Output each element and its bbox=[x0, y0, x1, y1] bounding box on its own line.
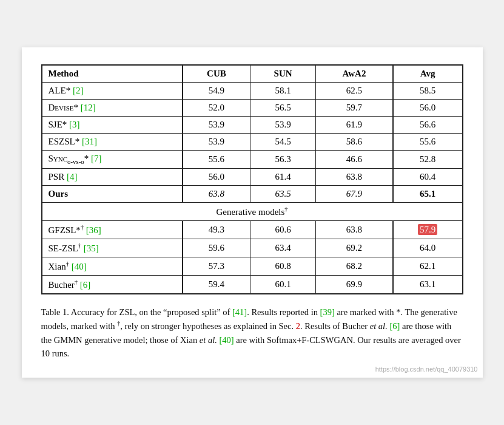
table-row: SE-ZSL† [35] 59.6 63.4 69.2 64.0 bbox=[42, 239, 463, 257]
avg-cell: 60.4 bbox=[393, 169, 463, 186]
sun-cell: 56.3 bbox=[250, 151, 316, 169]
method-cell: ESZSL* [31] bbox=[42, 134, 183, 151]
table-caption: Table 1. Accuracy for ZSL, on the “propo… bbox=[41, 305, 463, 361]
method-cell: Synco-vs-o* [7] bbox=[42, 151, 183, 169]
awa2-cell: 69.9 bbox=[315, 276, 392, 294]
ref-41: [41] bbox=[232, 307, 247, 317]
cub-cell: 54.9 bbox=[183, 83, 250, 100]
sun-cell: 53.9 bbox=[250, 117, 316, 134]
sun-cell: 54.5 bbox=[250, 134, 316, 151]
caption-text: Table 1. Accuracy for ZSL, on the “propo… bbox=[41, 307, 461, 358]
avg-cell: 56.6 bbox=[393, 117, 463, 134]
method-cell: ALE* [2] bbox=[42, 83, 183, 100]
table-row: Synco-vs-o* [7] 55.6 56.3 46.6 52.8 bbox=[42, 151, 463, 169]
avg-cell: 62.1 bbox=[393, 257, 463, 276]
generative-label: Generative models† bbox=[42, 203, 463, 221]
sun-cell: 61.4 bbox=[250, 169, 316, 186]
method-cell: Bucher† [6] bbox=[42, 276, 183, 294]
cub-cell: 63.8 bbox=[183, 186, 250, 203]
awa2-cell: 63.8 bbox=[315, 169, 392, 186]
cub-cell: 49.3 bbox=[183, 221, 250, 239]
method-cell: Devise* [12] bbox=[42, 100, 183, 117]
col-method: Method bbox=[42, 65, 183, 83]
awa2-cell: 63.8 bbox=[315, 221, 392, 239]
ref-link: [4] bbox=[67, 172, 78, 182]
method-cell: SE-ZSL† [35] bbox=[42, 239, 183, 257]
ref-link: [12] bbox=[81, 103, 96, 112]
main-card: Method CUB SUN AwA2 Avg ALE* [2] 54.9 58… bbox=[22, 47, 483, 378]
sun-cell: 63.5 bbox=[250, 186, 316, 203]
sun-cell: 63.4 bbox=[250, 239, 316, 257]
avg-cell: 58.5 bbox=[393, 83, 463, 100]
avg-cell: 63.1 bbox=[393, 276, 463, 294]
generative-section-header: Generative models† bbox=[42, 203, 463, 221]
cub-cell: 59.4 bbox=[183, 276, 250, 294]
method-cell: Ours bbox=[42, 186, 183, 203]
avg-cell: 56.0 bbox=[393, 100, 463, 117]
cub-cell: 53.9 bbox=[183, 117, 250, 134]
watermark: https://blog.csdn.net/qq_40079310 bbox=[375, 365, 478, 373]
method-cell: GFZSL*† [36] bbox=[42, 221, 183, 239]
table-row-ours: Ours 63.8 63.5 67.9 65.1 bbox=[42, 186, 463, 203]
table-row: ALE* [2] 54.9 58.1 62.5 58.5 bbox=[42, 83, 463, 100]
col-cub: CUB bbox=[183, 65, 250, 83]
col-sun: SUN bbox=[250, 65, 316, 83]
sun-cell: 60.6 bbox=[250, 221, 316, 239]
cub-cell: 59.6 bbox=[183, 239, 250, 257]
table-row: Xian† [40] 57.3 60.8 68.2 62.1 bbox=[42, 257, 463, 276]
ref-link: [6] bbox=[80, 280, 91, 290]
awa2-cell: 61.9 bbox=[315, 117, 392, 134]
method-cell: SJE* [3] bbox=[42, 117, 183, 134]
highlighted-value: 57.9 bbox=[418, 224, 437, 235]
ref-40: [40] bbox=[219, 335, 234, 345]
awa2-cell: 69.2 bbox=[315, 239, 392, 257]
awa2-cell: 68.2 bbox=[315, 257, 392, 276]
ref-39: [39] bbox=[320, 307, 335, 317]
sun-cell: 56.5 bbox=[250, 100, 316, 117]
sun-cell: 58.1 bbox=[250, 83, 316, 100]
cub-cell: 55.6 bbox=[183, 151, 250, 169]
awa2-cell: 46.6 bbox=[315, 151, 392, 169]
ref-link: [35] bbox=[84, 243, 99, 253]
table-row: SJE* [3] 53.9 53.9 61.9 56.6 bbox=[42, 117, 463, 134]
cub-cell: 53.9 bbox=[183, 134, 250, 151]
table-row: Devise* [12] 52.0 56.5 59.7 56.0 bbox=[42, 100, 463, 117]
method-cell: Xian† [40] bbox=[42, 257, 183, 276]
table-row: ESZSL* [31] 53.9 54.5 58.6 55.6 bbox=[42, 134, 463, 151]
sec-ref: 2 bbox=[296, 321, 300, 331]
ref-link: [3] bbox=[69, 120, 80, 129]
avg-cell: 55.6 bbox=[393, 134, 463, 151]
ref-link: [7] bbox=[91, 154, 102, 163]
col-avg: Avg bbox=[393, 65, 463, 83]
avg-cell: 64.0 bbox=[393, 239, 463, 257]
results-table: Method CUB SUN AwA2 Avg ALE* [2] 54.9 58… bbox=[41, 64, 463, 294]
method-cell: PSR [4] bbox=[42, 169, 183, 186]
table-row: GFZSL*† [36] 49.3 60.6 63.8 57.9 bbox=[42, 221, 463, 239]
cub-cell: 52.0 bbox=[183, 100, 250, 117]
awa2-cell: 67.9 bbox=[315, 186, 392, 203]
cub-cell: 57.3 bbox=[183, 257, 250, 276]
col-awa2: AwA2 bbox=[315, 65, 392, 83]
ref-link: [2] bbox=[73, 86, 84, 95]
ref-link: [31] bbox=[82, 137, 97, 146]
cub-cell: 56.0 bbox=[183, 169, 250, 186]
table-header-row: Method CUB SUN AwA2 Avg bbox=[42, 65, 463, 83]
avg-cell: 57.9 bbox=[393, 221, 463, 239]
avg-cell: 65.1 bbox=[393, 186, 463, 203]
ref-link: [36] bbox=[86, 225, 101, 235]
ref-link: [40] bbox=[72, 262, 87, 271]
sun-cell: 60.8 bbox=[250, 257, 316, 276]
avg-cell: 52.8 bbox=[393, 151, 463, 169]
table-row: PSR [4] 56.0 61.4 63.8 60.4 bbox=[42, 169, 463, 186]
awa2-cell: 58.6 bbox=[315, 134, 392, 151]
awa2-cell: 59.7 bbox=[315, 100, 392, 117]
ref-6: [6] bbox=[389, 321, 400, 331]
table-row: Bucher† [6] 59.4 60.1 69.9 63.1 bbox=[42, 276, 463, 294]
sun-cell: 60.1 bbox=[250, 276, 316, 294]
awa2-cell: 62.5 bbox=[315, 83, 392, 100]
